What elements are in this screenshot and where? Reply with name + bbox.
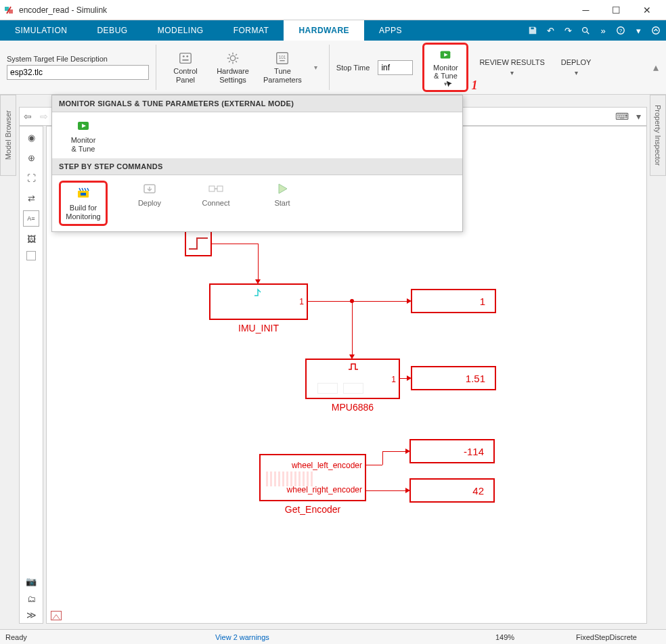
titlebar: encoder_read - Simulink ─ ☐ ✕ [0, 0, 666, 20]
play-chip-icon [75, 118, 91, 134]
more-icon[interactable]: » [596, 23, 610, 38]
maximize-button[interactable]: ☐ [601, 1, 631, 20]
dropdown-monitor-tune[interactable]: Monitor & Tune [59, 118, 108, 153]
dropdown-deploy[interactable]: Deploy [125, 181, 174, 208]
minimize-ribbon-icon[interactable] [648, 23, 663, 38]
tab-format[interactable]: FORMAT [219, 20, 284, 41]
tune-icon: 101 [275, 51, 290, 66]
step-source-block[interactable] [185, 231, 212, 256]
play-chip-icon [438, 47, 453, 62]
svg-point-11 [230, 55, 235, 60]
status-zoom[interactable]: 149% [458, 633, 552, 641]
stop-time-input[interactable] [378, 60, 413, 75]
play-icon [274, 181, 290, 197]
chevron-down-icon: ▾ [575, 69, 578, 76]
build-icon [75, 185, 91, 202]
svg-rect-20 [217, 186, 223, 191]
palette-zoom-icon[interactable]: ⊕ [23, 150, 39, 166]
mpu6886-block[interactable]: 1 [305, 359, 400, 399]
palette-record-icon[interactable]: 🗂 [23, 592, 39, 605]
model-ref-badge-icon[interactable] [51, 611, 62, 620]
chevron-down-icon: ▾ [510, 69, 514, 76]
stop-time-label: Stop Time [336, 64, 370, 72]
tab-hardware[interactable]: HARDWARE [284, 20, 364, 41]
nav-fwd-icon[interactable]: ⇨ [36, 108, 52, 124]
display-1[interactable]: 1 [411, 289, 496, 313]
imu-init-block[interactable]: 1 [209, 283, 308, 320]
gear-icon [225, 51, 240, 66]
status-solver[interactable]: FixedStepDiscrete [552, 633, 661, 641]
dropdown-header-2: STEP BY STEP COMMANDS [52, 158, 462, 175]
window-controls: ─ ☐ ✕ [571, 1, 662, 20]
step-signal-icon [186, 234, 210, 253]
palette-area-icon[interactable] [26, 251, 36, 260]
palette-expand-icon[interactable]: ≫ [26, 610, 37, 620]
annotation-1: 1 [471, 78, 477, 93]
collapse-toolstrip-icon[interactable]: ▴ [650, 62, 662, 74]
palette-target-icon[interactable]: ◉ [23, 129, 39, 145]
encoder-out2-label: wheel_right_encoder [287, 485, 362, 495]
get-encoder-label: Get_Encoder [259, 504, 366, 515]
palette: ◉ ⊕ ⛶ ⇄ A≡ 🖼 📷 🗂 ≫ [19, 126, 43, 624]
svg-text:?: ? [619, 28, 623, 34]
help-icon[interactable]: ? [613, 23, 628, 38]
tab-modeling[interactable]: MODELING [143, 20, 219, 41]
save-icon[interactable] [525, 23, 540, 38]
palette-swap-icon[interactable]: ⇄ [23, 190, 39, 206]
status-ready: Ready [5, 633, 27, 641]
gear-dropdown-icon[interactable]: ▾ [631, 23, 646, 38]
svg-rect-2 [531, 28, 533, 30]
nav-back-icon[interactable]: ⇦ [20, 108, 36, 124]
section-dropdown-icon[interactable]: ▾ [310, 64, 322, 71]
quick-access: ↶ ↷ » ? ▾ [525, 20, 663, 41]
redo-icon[interactable]: ↷ [560, 23, 575, 38]
hardware-settings-button[interactable]: Hardware Settings [210, 49, 255, 85]
close-button[interactable]: ✕ [631, 1, 662, 20]
display-2[interactable]: 1.51 [411, 366, 496, 390]
cursor-icon [445, 80, 455, 89]
dropdown-build-for-monitoring[interactable]: Build for Monitoring [59, 181, 108, 225]
get-encoder-block[interactable]: wheel_left_encoder wheel_right_encoder [259, 454, 366, 501]
encoder-out1-label: wheel_left_encoder [292, 461, 362, 470]
window-title: encoder_read - Simulink [19, 5, 571, 15]
breadcrumb-dropdown-icon[interactable]: ▾ [630, 108, 646, 124]
svg-rect-7 [180, 53, 192, 64]
undo-icon[interactable]: ↶ [543, 23, 558, 38]
palette-annotation-icon[interactable]: A≡ [23, 210, 39, 227]
control-panel-button[interactable]: Control Panel [163, 49, 208, 85]
monitor-tune-dropdown: MONITOR SIGNALS & TUNE PARAMETERS (EXTER… [51, 95, 463, 232]
deploy-icon [141, 181, 158, 197]
dropdown-connect[interactable]: Connect [192, 181, 240, 208]
tab-debug[interactable]: DEBUG [82, 20, 142, 41]
svg-rect-17 [81, 193, 86, 196]
trigger-icon [252, 288, 265, 297]
status-warnings[interactable]: View 2 warnings [27, 633, 458, 641]
target-file-label: System Target File Description [7, 55, 149, 63]
minimize-button[interactable]: ─ [571, 1, 601, 20]
svg-rect-10 [182, 60, 188, 61]
search-icon[interactable] [578, 23, 593, 38]
tab-apps[interactable]: APPS [364, 20, 417, 41]
tune-parameters-button[interactable]: 101 Tune Parameters [258, 49, 307, 85]
display-3[interactable]: -114 [409, 439, 495, 463]
display-4[interactable]: 42 [409, 478, 495, 503]
deploy-button[interactable]: DEPLOY ▾ [556, 57, 597, 78]
svg-rect-19 [209, 186, 215, 191]
toolstrip: System Target File Description Control P… [0, 41, 666, 95]
palette-camera-icon[interactable]: 📷 [23, 574, 39, 588]
keyboard-icon[interactable]: ⌨ [614, 108, 630, 124]
ribbon-tabs: SIMULATION DEBUG MODELING FORMAT HARDWAR… [0, 20, 666, 41]
dropdown-header-1: MONITOR SIGNALS & TUNE PARAMETERS (EXTER… [52, 95, 462, 112]
dropdown-start[interactable]: Start [258, 181, 307, 208]
tab-simulation[interactable]: SIMULATION [0, 20, 82, 41]
palette-image-icon[interactable]: 🖼 [23, 231, 39, 247]
imu-port-num: 1 [299, 297, 304, 306]
property-inspector-tab[interactable]: Property Inspector [650, 95, 666, 176]
svg-point-8 [183, 55, 185, 58]
imu-init-label: IMU_INIT [209, 323, 308, 334]
palette-fit-icon[interactable]: ⛶ [23, 170, 39, 186]
model-browser-tab[interactable]: Model Browser [0, 95, 16, 176]
svg-point-9 [186, 55, 188, 58]
review-results-button[interactable]: REVIEW RESULTS ▾ [474, 57, 550, 78]
target-file-input[interactable] [7, 65, 149, 80]
